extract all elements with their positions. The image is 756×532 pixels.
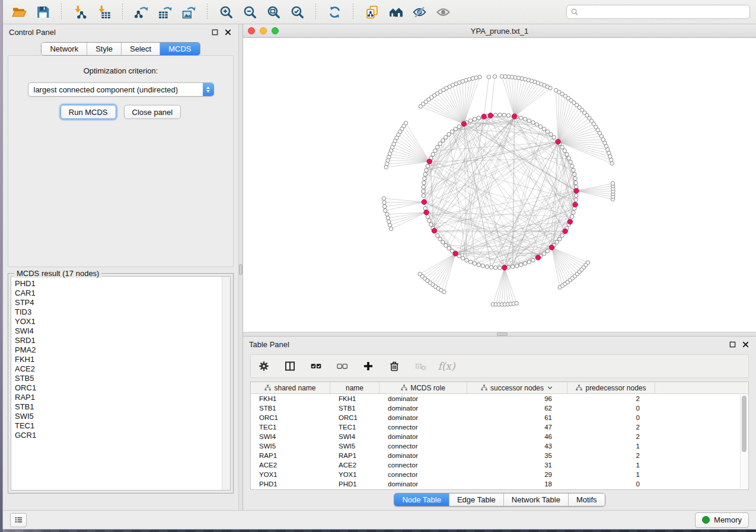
mcds-result-item[interactable]: YOX1 <box>15 317 222 326</box>
mcds-result-item[interactable]: STB5 <box>15 374 222 383</box>
network-node[interactable] <box>444 243 448 247</box>
trash-button[interactable] <box>387 359 401 373</box>
network-node[interactable] <box>454 127 457 131</box>
table-tab-node-table[interactable]: Node Table <box>394 493 449 506</box>
network-node[interactable] <box>523 117 527 121</box>
network-node[interactable] <box>419 104 422 108</box>
column-header-name[interactable]: name <box>330 382 379 393</box>
column-header-successor-nodes[interactable]: successor nodes <box>467 382 567 393</box>
memory-button[interactable]: Memory <box>695 512 749 528</box>
cell-shared-name[interactable]: PHD1 <box>251 480 330 488</box>
network-node[interactable] <box>558 237 562 241</box>
network-node[interactable] <box>506 114 510 117</box>
table-row[interactable]: YOX1YOX1connector291 <box>251 470 748 479</box>
network-node[interactable] <box>511 265 514 268</box>
network-node[interactable] <box>569 160 572 164</box>
tab-network[interactable]: Network <box>42 43 87 55</box>
column-header-shared-name[interactable]: shared name <box>251 382 330 393</box>
cell-shared-name[interactable]: TEC1 <box>251 424 330 431</box>
cell-predecessor-nodes[interactable]: 1 <box>567 443 655 450</box>
table-tab-motifs[interactable]: Motifs <box>569 493 605 506</box>
columns-button[interactable] <box>283 359 297 373</box>
mcds-hub-node[interactable] <box>563 229 567 233</box>
cell-shared-name[interactable]: YOX1 <box>251 471 330 478</box>
network-node[interactable] <box>535 123 538 126</box>
zoom-in-button[interactable] <box>216 2 236 21</box>
cell-name[interactable]: FKH1 <box>330 395 379 402</box>
network-node[interactable] <box>538 125 542 129</box>
network-node[interactable] <box>388 223 391 227</box>
network-node[interactable] <box>575 194 578 197</box>
column-header-predecessor-nodes[interactable]: predecessor nodes <box>567 382 655 393</box>
network-node[interactable] <box>426 164 429 168</box>
table-row[interactable]: STB1STB1dominator620 <box>251 403 748 413</box>
dev-panel-button[interactable] <box>10 513 27 527</box>
cell-predecessor-nodes[interactable]: 2 <box>567 424 655 431</box>
close-panel-button[interactable]: Close panel <box>124 105 181 119</box>
cell-successor-nodes[interactable]: 62 <box>467 405 567 412</box>
tab-select[interactable]: Select <box>122 43 160 55</box>
cell-successor-nodes[interactable]: 35 <box>467 452 567 459</box>
network-node[interactable] <box>447 246 451 250</box>
network-node[interactable] <box>519 263 523 267</box>
cell-predecessor-nodes[interactable]: 0 <box>567 405 655 412</box>
cell-mcds-role[interactable]: connector <box>379 462 467 469</box>
network-node[interactable] <box>465 258 468 262</box>
cell-mcds-role[interactable]: dominator <box>379 395 467 402</box>
mcds-result-item[interactable]: TID3 <box>15 307 222 317</box>
cell-mcds-role[interactable]: dominator <box>379 452 467 459</box>
export-network-button[interactable] <box>131 2 151 21</box>
network-node[interactable] <box>560 233 564 237</box>
mcds-result-item[interactable]: FKH1 <box>15 355 222 364</box>
cell-name[interactable]: ACE2 <box>330 462 379 469</box>
network-node[interactable] <box>429 223 433 226</box>
network-node[interactable] <box>382 197 385 200</box>
table-scrollbar-thumb[interactable] <box>742 396 747 452</box>
network-node[interactable] <box>383 209 387 212</box>
network-node[interactable] <box>560 145 564 149</box>
table-row[interactable]: ACE2ACE2connector311 <box>251 460 748 470</box>
cell-name[interactable]: YOX1 <box>330 471 379 478</box>
network-node[interactable] <box>382 201 386 204</box>
network-node[interactable] <box>494 266 497 270</box>
network-node[interactable] <box>502 113 506 117</box>
cell-shared-name[interactable]: RAP1 <box>251 452 330 459</box>
network-node[interactable] <box>441 139 445 142</box>
network-node[interactable] <box>586 261 589 264</box>
column-header-mcds-role[interactable]: MCDS role <box>379 382 467 393</box>
mcds-hub-node[interactable] <box>556 139 560 144</box>
cell-shared-name[interactable]: ORC1 <box>251 414 330 421</box>
cell-mcds-role[interactable]: dominator <box>379 414 467 421</box>
network-node[interactable] <box>473 117 476 121</box>
horizontal-splitter[interactable] <box>243 332 756 336</box>
cell-name[interactable]: ORC1 <box>330 414 379 421</box>
network-node[interactable] <box>546 130 549 133</box>
cell-successor-nodes[interactable]: 43 <box>467 443 567 450</box>
table-tab-edge-table[interactable]: Edge Table <box>449 493 504 506</box>
cell-predecessor-nodes[interactable]: 0 <box>567 480 655 488</box>
deselect-all-button[interactable] <box>335 359 349 373</box>
splitter-grip[interactable] <box>497 332 508 336</box>
mcds-result-item[interactable]: ACE2 <box>15 364 222 374</box>
refresh-button[interactable] <box>324 2 344 21</box>
network-node[interactable] <box>487 75 490 79</box>
cell-name[interactable]: SWI5 <box>330 443 379 450</box>
network-node[interactable] <box>385 212 389 216</box>
mcds-hub-node[interactable] <box>427 159 432 164</box>
network-node[interactable] <box>573 172 576 176</box>
network-node[interactable] <box>549 133 553 136</box>
network-node[interactable] <box>481 264 484 268</box>
cell-shared-name[interactable]: SWI5 <box>251 443 330 450</box>
mcds-hub-node[interactable] <box>453 251 458 256</box>
mcds-hub-node[interactable] <box>424 210 429 214</box>
mcds-result-item[interactable]: CAR1 <box>15 289 222 298</box>
cell-successor-nodes[interactable]: 29 <box>467 471 567 478</box>
network-node[interactable] <box>423 172 427 176</box>
mcds-result-item[interactable]: TEC1 <box>15 421 222 431</box>
mcds-hub-node[interactable] <box>432 228 436 233</box>
mcds-hub-node[interactable] <box>481 114 486 119</box>
copy-network-button[interactable] <box>362 2 382 21</box>
network-node[interactable] <box>610 162 614 165</box>
cell-predecessor-nodes[interactable]: 2 <box>567 452 655 459</box>
network-node[interactable] <box>565 152 569 156</box>
